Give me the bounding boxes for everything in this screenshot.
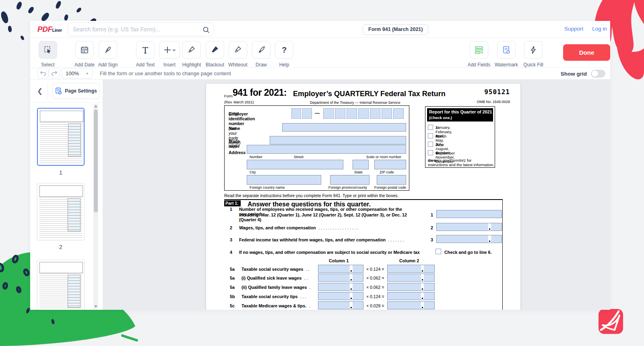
line2-field-number: 2 bbox=[431, 225, 433, 230]
zoom-level-select[interactable]: 100% ▾ bbox=[61, 68, 93, 78]
page-2-preview bbox=[39, 185, 82, 238]
address-street-field[interactable] bbox=[247, 145, 406, 154]
quarter-2-checkbox[interactable] bbox=[428, 133, 433, 138]
quarter-1-checkbox[interactable] bbox=[428, 125, 433, 130]
page-thumbnail-3[interactable] bbox=[37, 260, 85, 310]
foreign-postal-caption: Foreign postal code bbox=[374, 185, 406, 189]
ein-digit-field[interactable] bbox=[370, 108, 380, 119]
collapse-sidebar-button[interactable]: ❮ bbox=[35, 86, 45, 96]
plus-icon bbox=[163, 46, 171, 54]
whiteout-button[interactable]: Whiteout bbox=[229, 41, 247, 59]
line3-field-number: 3 bbox=[431, 237, 433, 242]
address-street-caption: Street bbox=[294, 155, 303, 159]
line1-field[interactable] bbox=[436, 210, 502, 218]
row5-2-number: 5a bbox=[230, 285, 235, 290]
row5-2-col1-field[interactable] bbox=[318, 283, 363, 291]
redo-button[interactable] bbox=[49, 68, 60, 78]
row5-4-col2-field[interactable] bbox=[387, 301, 435, 309]
chevron-down-icon: ▾ bbox=[86, 71, 88, 76]
row5-4-label: Taxable Medicare wages & tips. bbox=[242, 303, 306, 308]
scroll-down-arrow[interactable] bbox=[94, 305, 97, 308]
ein-digit-field[interactable] bbox=[347, 108, 357, 119]
ein-digit-field[interactable] bbox=[302, 108, 312, 119]
row5-0-col2-field[interactable] bbox=[387, 265, 435, 273]
foreign-country-field[interactable] bbox=[247, 175, 321, 185]
state-field[interactable] bbox=[353, 160, 369, 169]
insert-button[interactable]: Insert bbox=[159, 41, 180, 59]
city-field[interactable] bbox=[247, 160, 343, 169]
quarter-box-header: Report for this Quarter of 2021 (Check o… bbox=[427, 108, 493, 122]
ein-digit-field[interactable] bbox=[358, 108, 369, 119]
redo-icon bbox=[51, 70, 58, 76]
ein-digit-field[interactable] bbox=[393, 108, 404, 119]
pdfliner-logo[interactable]: PDFLiner bbox=[37, 25, 62, 34]
page-settings-button[interactable]: Page Settings bbox=[52, 83, 100, 99]
add-fields-button[interactable]: Add Fields bbox=[470, 41, 488, 59]
ein-dash: — bbox=[315, 110, 320, 116]
scrollbar-thumb[interactable] bbox=[94, 109, 98, 212]
foreign-province-field[interactable] bbox=[330, 175, 369, 185]
quarter-3-checkbox[interactable] bbox=[428, 142, 433, 147]
ein-digit-field[interactable] bbox=[382, 108, 392, 119]
highlight-button[interactable]: Highlight bbox=[182, 41, 201, 59]
trade-name-field[interactable] bbox=[270, 136, 406, 144]
line2-field[interactable] bbox=[436, 223, 502, 231]
blackout-button[interactable]: Blackout bbox=[206, 41, 224, 59]
quick-fill-button[interactable]: Quick Fill bbox=[524, 41, 543, 59]
ein-digit-field[interactable] bbox=[291, 108, 301, 119]
sidebar-scrollbar[interactable] bbox=[93, 104, 98, 309]
app-header: PDFLiner Form 941 (March 2021) Support L… bbox=[30, 21, 610, 38]
logo-liner-text: Liner bbox=[52, 28, 62, 33]
pages-sidebar: ❮ Page Settings 1 2 bbox=[30, 80, 103, 310]
page-thumbnail-2[interactable]: 2 bbox=[37, 183, 85, 250]
show-grid-toggle[interactable] bbox=[591, 70, 605, 78]
row5-1-col2-field[interactable] bbox=[387, 274, 435, 282]
name-field[interactable] bbox=[282, 123, 406, 132]
highlight-brush-icon bbox=[187, 45, 196, 54]
add-fields-icon bbox=[474, 45, 484, 54]
undo-button[interactable] bbox=[37, 68, 48, 78]
text-icon bbox=[141, 45, 150, 54]
line3-number: 3 bbox=[230, 237, 232, 242]
line3-field[interactable] bbox=[436, 235, 502, 243]
row5-4-col1-field[interactable] bbox=[318, 301, 363, 309]
quarter-4-checkbox[interactable] bbox=[428, 150, 433, 155]
select-tool-button[interactable]: Select bbox=[39, 41, 57, 59]
zip-field[interactable] bbox=[374, 160, 406, 169]
support-link[interactable]: Support bbox=[564, 26, 583, 32]
page-thumbnail-1[interactable]: 1 bbox=[37, 108, 85, 176]
line4-number: 4 bbox=[230, 250, 232, 255]
row5-0-mult: × 0.124 = bbox=[366, 267, 384, 272]
done-button[interactable]: Done bbox=[563, 44, 610, 61]
ein-digit-field[interactable] bbox=[323, 108, 334, 119]
draw-button[interactable]: Draw bbox=[252, 41, 270, 59]
address-number-caption: Number bbox=[250, 155, 262, 159]
form-title-number: 941 for 2021: bbox=[233, 87, 287, 98]
line1-number: 1 bbox=[230, 207, 232, 212]
foreign-postal-field[interactable] bbox=[377, 175, 406, 185]
address-label: Address bbox=[229, 150, 246, 155]
scroll-up-arrow[interactable] bbox=[94, 105, 97, 107]
row5-0-col1-field[interactable] bbox=[318, 265, 363, 273]
login-link[interactable]: Log in bbox=[592, 26, 607, 32]
form-word: Form bbox=[224, 94, 233, 98]
line4-text: If no wages, tips, and other compensatio… bbox=[239, 250, 420, 255]
add-date-button[interactable]: Add Date bbox=[75, 41, 94, 59]
blackout-brush-icon bbox=[211, 45, 219, 54]
row5-1-col1-field[interactable] bbox=[318, 274, 363, 282]
row5-4-dots: . bbox=[309, 303, 310, 308]
quarter-box-title: Report for this Quarter of 2021 bbox=[429, 109, 492, 114]
add-sign-button[interactable]: Add Sign bbox=[99, 41, 117, 59]
add-text-button[interactable]: Add Text bbox=[136, 41, 155, 59]
help-button[interactable]: ? Help bbox=[275, 41, 293, 59]
search-icon[interactable] bbox=[202, 26, 210, 33]
row5-2-dots: . bbox=[310, 285, 311, 290]
row5-2-col2-field[interactable] bbox=[387, 283, 435, 291]
row5-3-col1-field[interactable] bbox=[318, 292, 363, 300]
search-input[interactable] bbox=[73, 23, 198, 36]
row5-3-col2-field[interactable] bbox=[387, 292, 435, 300]
watermark-button[interactable]: Watermark bbox=[497, 41, 516, 59]
ein-digit-field[interactable] bbox=[335, 108, 345, 119]
line4-checkbox[interactable] bbox=[436, 249, 441, 254]
quarter-footer-pre: Go to bbox=[428, 158, 438, 163]
